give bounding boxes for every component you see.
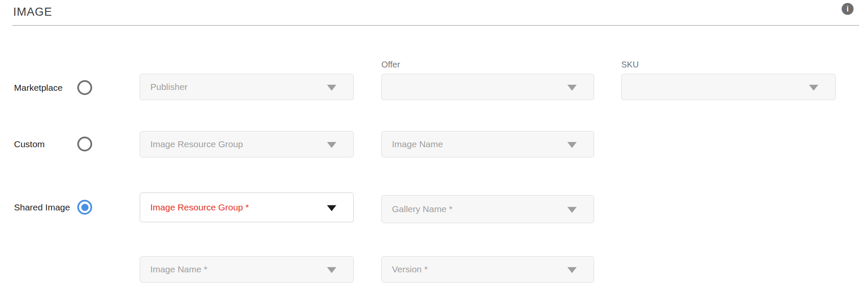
chevron-down-icon xyxy=(567,267,577,273)
chevron-down-icon xyxy=(567,207,577,213)
dropdown-offer[interactable] xyxy=(381,74,594,100)
dropdown-publisher[interactable]: Publisher xyxy=(140,74,354,100)
chevron-down-icon xyxy=(327,205,336,211)
dropdown-shared-image-name-placeholder: Image Name * xyxy=(150,264,207,274)
dropdown-shared-image-resource-group-placeholder: Image Resource Group * xyxy=(150,202,249,213)
dropdown-custom-image-resource-group-placeholder: Image Resource Group xyxy=(150,139,243,149)
dropdown-custom-image-name-placeholder: Image Name xyxy=(392,139,443,149)
dropdown-version-placeholder: Version * xyxy=(392,264,428,274)
offer-label: Offer xyxy=(381,59,400,70)
dropdown-custom-image-resource-group[interactable]: Image Resource Group xyxy=(140,131,354,157)
chevron-down-icon xyxy=(327,85,336,91)
radio-marketplace[interactable] xyxy=(77,80,92,95)
dropdown-version[interactable]: Version * xyxy=(381,256,594,283)
chevron-down-icon xyxy=(567,85,577,91)
info-icon[interactable]: i xyxy=(842,3,854,15)
chevron-down-icon xyxy=(327,267,336,273)
section-title: IMAGE xyxy=(13,6,52,19)
dropdown-sku[interactable] xyxy=(621,74,836,100)
dropdown-custom-image-name[interactable]: Image Name xyxy=(381,131,594,157)
dropdown-shared-image-name[interactable]: Image Name * xyxy=(140,256,354,283)
marketplace-option-label: Marketplace xyxy=(14,82,62,93)
chevron-down-icon xyxy=(327,142,336,148)
dropdown-publisher-placeholder: Publisher xyxy=(150,82,188,92)
custom-option-label: Custom xyxy=(14,139,45,150)
image-section: IMAGE i Marketplace Publisher Offer SKU … xyxy=(0,0,868,291)
shared-image-option-label: Shared Image xyxy=(14,202,70,213)
chevron-down-icon xyxy=(567,142,577,148)
header-divider xyxy=(12,25,859,26)
dropdown-gallery-name[interactable]: Gallery Name * xyxy=(381,195,594,223)
radio-shared-image[interactable] xyxy=(77,200,92,215)
radio-custom[interactable] xyxy=(77,137,92,151)
chevron-down-icon xyxy=(809,85,818,91)
dropdown-shared-image-resource-group[interactable]: Image Resource Group * xyxy=(140,193,354,222)
dropdown-gallery-name-placeholder: Gallery Name * xyxy=(392,204,452,214)
sku-label: SKU xyxy=(621,59,639,70)
